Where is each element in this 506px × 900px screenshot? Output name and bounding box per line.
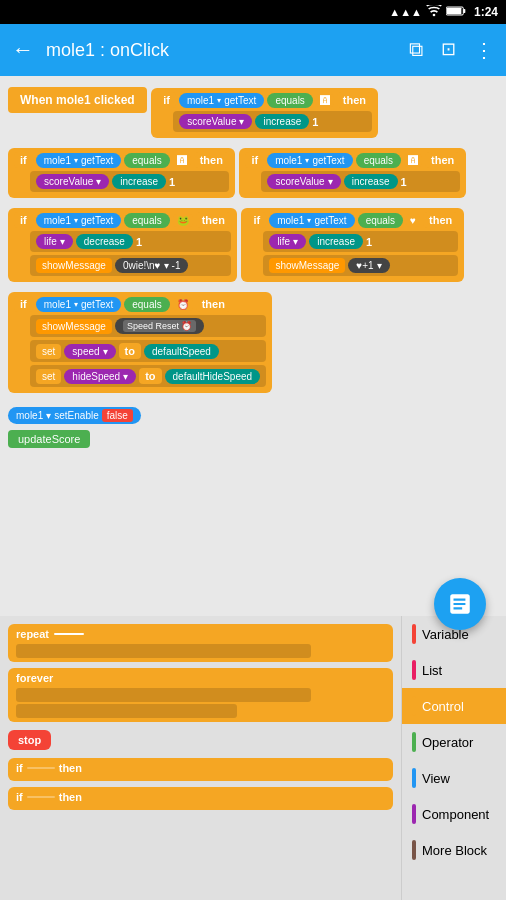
- fab-add-button[interactable]: [434, 578, 486, 630]
- list-dot: [412, 660, 416, 680]
- msg-content-2[interactable]: ♥+1▾: [348, 258, 389, 273]
- emoji-clock: ⏰: [173, 298, 193, 311]
- equals-op-3[interactable]: equals: [356, 153, 401, 168]
- hide-speed-var[interactable]: hideSpeed▾: [64, 369, 136, 384]
- increase-1[interactable]: increase: [255, 114, 309, 129]
- operator-dot: [412, 732, 416, 752]
- action-6c[interactable]: set hideSpeed▾ to defaultHideSpeed: [30, 365, 266, 387]
- if-block-5[interactable]: if mole1▾getText equals ♥ then life▾ inc…: [241, 208, 464, 282]
- category-control[interactable]: Control: [402, 688, 506, 724]
- back-button[interactable]: ←: [12, 37, 34, 63]
- forever-slot: [16, 688, 311, 702]
- trigger-block[interactable]: When mole1 clicked: [8, 87, 147, 113]
- default-hide-speed[interactable]: defaultHideSpeed: [165, 369, 261, 384]
- if-block-3[interactable]: if mole1▾getText equals 🅰 then scoreValu…: [239, 148, 466, 198]
- speed-var[interactable]: speed▾: [64, 344, 115, 359]
- set-keyword-2: set: [36, 369, 61, 384]
- forever-block[interactable]: forever: [8, 668, 393, 722]
- stop-block-wrapper: stop: [8, 730, 393, 750]
- status-bar: ▲▲▲ 1:24: [0, 0, 506, 24]
- if-block-4[interactable]: if mole1▾getText equals 🐸 then life▾ dec…: [8, 208, 237, 282]
- action-5a[interactable]: life▾ increase 1: [263, 231, 458, 252]
- category-list[interactable]: List: [402, 652, 506, 688]
- blocks-palette: repeat forever stop if then: [0, 616, 401, 900]
- category-more-block[interactable]: More Block: [402, 832, 506, 868]
- then-palette-label-1: then: [59, 762, 82, 774]
- if-keyword: if: [157, 92, 176, 108]
- then-kw-1: then: [337, 92, 372, 108]
- set-enable-block[interactable]: mole1▾ setEnable false: [8, 405, 498, 424]
- msg-content-1[interactable]: 0wie!\n♥▾-1: [115, 258, 189, 273]
- mole-gettext-3[interactable]: mole1▾getText: [267, 153, 353, 168]
- paste-button[interactable]: ⊡: [441, 38, 456, 62]
- if-palette-label-1: if: [16, 762, 23, 774]
- equals-op-5[interactable]: equals: [358, 213, 403, 228]
- if-keyword-5: if: [247, 212, 266, 228]
- update-score[interactable]: updateScore: [8, 430, 90, 448]
- copy-button[interactable]: ⧉: [409, 38, 423, 62]
- action-1[interactable]: scoreValue▾ increase 1: [173, 111, 372, 132]
- mole-gettext-4[interactable]: mole1▾getText: [36, 213, 122, 228]
- control-dot: [412, 696, 416, 716]
- emoji-a-1: 🅰: [316, 94, 334, 107]
- equals-op-2[interactable]: equals: [124, 153, 169, 168]
- if-block-6[interactable]: if mole1▾getText equals ⏰ then showMessa…: [8, 292, 272, 393]
- action-6b[interactable]: set speed▾ to defaultSpeed: [30, 340, 266, 362]
- battery-icon: [446, 5, 466, 19]
- action-4b[interactable]: showMessage 0wie!\n♥▾-1: [30, 255, 231, 276]
- score-var-2[interactable]: scoreValue▾: [36, 174, 109, 189]
- category-view[interactable]: View: [402, 760, 506, 796]
- score-var-1[interactable]: scoreValue▾: [179, 114, 252, 129]
- variable-dot: [412, 624, 416, 644]
- mole-gettext-5[interactable]: mole1▾getText: [269, 213, 355, 228]
- action-2[interactable]: scoreValue▾ increase 1: [30, 171, 229, 192]
- mole-set-enable[interactable]: mole1▾ setEnable false: [8, 407, 141, 424]
- stop-block[interactable]: stop: [8, 730, 51, 750]
- then-kw-4: then: [196, 212, 231, 228]
- action-6a[interactable]: showMessage Speed Reset ⏰: [30, 315, 266, 337]
- if-palette-block-1[interactable]: if then: [8, 758, 393, 781]
- increase-5[interactable]: increase: [309, 234, 363, 249]
- then-kw-2: then: [194, 152, 229, 168]
- increase-2[interactable]: increase: [112, 174, 166, 189]
- action-4a[interactable]: life▾ decrease 1: [30, 231, 231, 252]
- forever-bottom: [16, 704, 237, 718]
- more-menu-button[interactable]: ⋮: [474, 38, 494, 62]
- show-message-3[interactable]: showMessage: [36, 319, 112, 334]
- emoji-a-3: 🅰: [404, 154, 422, 167]
- category-operator[interactable]: Operator: [402, 724, 506, 760]
- update-score-block[interactable]: updateScore: [8, 428, 498, 450]
- stop-label: stop: [18, 734, 41, 746]
- mole-gettext-2[interactable]: mole1▾getText: [36, 153, 122, 168]
- equals-op-4[interactable]: equals: [124, 213, 169, 228]
- if-block-2[interactable]: if mole1▾getText equals 🅰 then scoreValu…: [8, 148, 235, 198]
- score-var-3[interactable]: scoreValue▾: [267, 174, 340, 189]
- category-component[interactable]: Component: [402, 796, 506, 832]
- if-block-1[interactable]: if mole1▾getText equals 🅰 then scoreValu…: [151, 88, 378, 138]
- mole-gettext-6[interactable]: mole1▾getText: [36, 297, 122, 312]
- default-speed[interactable]: defaultSpeed: [144, 344, 219, 359]
- equals-op-6[interactable]: equals: [124, 297, 169, 312]
- speed-reset-msg[interactable]: Speed Reset ⏰: [115, 318, 205, 334]
- action-5b[interactable]: showMessage ♥+1▾: [263, 255, 458, 276]
- more-block-label: More Block: [422, 843, 487, 858]
- show-message-2[interactable]: showMessage: [269, 258, 345, 273]
- component-dot: [412, 804, 416, 824]
- svg-rect-2: [447, 8, 462, 15]
- toolbar-actions: ⧉ ⊡ ⋮: [409, 38, 494, 62]
- life-var-2[interactable]: life▾: [269, 234, 306, 249]
- more-block-dot: [412, 840, 416, 860]
- control-label: Control: [422, 699, 464, 714]
- increase-3[interactable]: increase: [344, 174, 398, 189]
- repeat-block[interactable]: repeat: [8, 624, 393, 662]
- if-palette-block-2[interactable]: if then: [8, 787, 393, 810]
- show-message-1[interactable]: showMessage: [36, 258, 112, 273]
- decrease-1[interactable]: decrease: [76, 234, 133, 249]
- mole-gettext-1[interactable]: mole1▾getText: [179, 93, 265, 108]
- to-keyword-2: to: [139, 368, 161, 384]
- equals-op-1[interactable]: equals: [267, 93, 312, 108]
- wifi-icon: [426, 5, 442, 19]
- life-var-1[interactable]: life▾: [36, 234, 73, 249]
- svg-point-0: [433, 14, 436, 17]
- action-3[interactable]: scoreValue▾ increase 1: [261, 171, 460, 192]
